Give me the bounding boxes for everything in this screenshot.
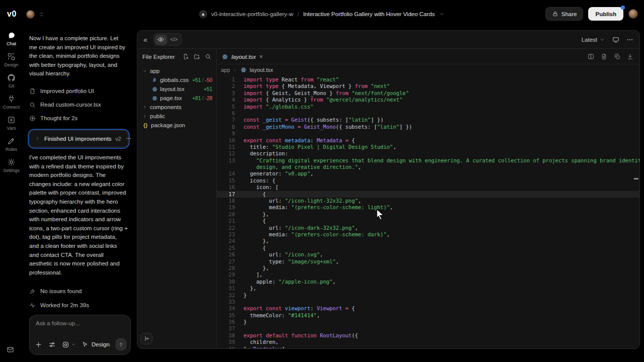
diff-stats: +81 / -28 — [192, 96, 212, 101]
media-select[interactable] — [62, 341, 76, 348]
left-nav-rail: ChatDesignGitConnectVarsRulesSettings — [0, 28, 23, 362]
followup-composer[interactable]: Ask a follow-up... Design — [29, 315, 131, 355]
more-options-icon[interactable] — [626, 36, 633, 43]
notification-dot — [621, 6, 625, 10]
user-avatar[interactable] — [628, 9, 638, 19]
tree-folder-public[interactable]: public — [137, 112, 216, 121]
chevron-down-icon — [599, 37, 605, 43]
more-options-icon[interactable] — [125, 135, 132, 142]
activity-icon — [29, 302, 36, 309]
code-line: 11 title: "Studio Pixel | Digital Design… — [217, 144, 639, 150]
send-button[interactable] — [116, 338, 126, 350]
assistant-message: Now I have a complete picture. Let me cr… — [29, 34, 128, 78]
code-line: 7const _geist = Geist({ subsets: ["latin… — [217, 117, 639, 123]
code-line: 24 }, — [217, 238, 639, 244]
task-step[interactable]: Thought for 2s — [29, 112, 135, 125]
json-icon: {} — [142, 122, 148, 128]
scrollbar-marker[interactable] — [634, 178, 638, 179]
diff-stats: +51 / -50 — [192, 77, 212, 83]
file-explorer: File Explorer app#globals.css+51 / -50la… — [137, 49, 217, 348]
collapse-explorer-button[interactable] — [140, 333, 152, 344]
new-folder-icon[interactable] — [194, 53, 200, 60]
sidebar-item-chat[interactable]: Chat — [0, 28, 23, 49]
vercel-triangle-icon[interactable] — [199, 10, 207, 18]
code-line: 25 { — [217, 245, 639, 251]
file-diff-icon[interactable] — [601, 53, 607, 60]
connect-icon — [7, 95, 16, 103]
device-preview-icon[interactable] — [612, 36, 619, 43]
code-line: 20 }, — [217, 211, 639, 218]
copy-icon[interactable] — [614, 53, 620, 60]
preview-eye-toggle[interactable] — [155, 35, 167, 45]
chat-title[interactable]: Interactive Portfolio Gallery with Hover… — [303, 11, 435, 17]
tree-file-layout-tsx[interactable]: layout.tsx+51 — [137, 84, 216, 94]
gear-icon — [7, 158, 16, 166]
file-tree: app#globals.css+51 / -50layout.tsx+51pag… — [137, 66, 216, 130]
sidebar-item-vars[interactable]: Vars — [0, 113, 23, 134]
tab-layout-tsx[interactable]: layout.tsx × — [217, 49, 269, 64]
sidebar-item-settings[interactable]: Settings — [0, 155, 23, 176]
share-button[interactable]: Share — [545, 7, 584, 21]
sidebar-item-git[interactable]: Git — [0, 70, 23, 92]
tree-file-globals-css[interactable]: #globals.css+51 / -50 — [137, 75, 216, 84]
wrench-icon — [29, 288, 36, 295]
code-pane: layout.tsx × app layout.tsx 1import type… — [217, 49, 639, 348]
design-mode-chip[interactable]: Design — [82, 341, 110, 348]
version-dropdown[interactable]: Latest — [582, 37, 605, 43]
code-line: 33 — [217, 299, 639, 305]
view-toggle: </> — [153, 33, 182, 46]
version-card[interactable]: Finished UI improvements v2 — [29, 130, 128, 147]
eye-icon — [157, 36, 164, 43]
react-atom-icon — [222, 54, 228, 60]
editor-tabbar: layout.tsx × — [217, 49, 639, 64]
media-icon — [62, 341, 69, 348]
thinking-icon — [29, 115, 36, 122]
assistant-message: I've completed the UI improvements with … — [29, 153, 128, 277]
code-line: 27 type: "image/svg+xml", — [217, 258, 639, 265]
code-line: 3import { Geist, Geist_Mono } from "next… — [217, 90, 639, 97]
task-step[interactable]: Read custom-cursor.tsx — [29, 98, 135, 112]
code-view-toggle[interactable]: </> — [168, 35, 180, 45]
collapse-panel-icon[interactable]: « — [143, 36, 147, 44]
status-row: Worked for 2m 39s — [29, 298, 135, 312]
mail-icon[interactable] — [7, 346, 14, 355]
v0-logo[interactable]: v0 — [7, 10, 17, 19]
sidebar-item-design[interactable]: Design — [0, 49, 23, 70]
code-content[interactable]: 1import type React from "react"2import t… — [217, 76, 639, 348]
design-icon — [7, 52, 16, 61]
tree-folder-components[interactable]: components — [137, 103, 216, 112]
code-line: 1import type React from "react" — [217, 76, 639, 83]
publish-button[interactable]: Publish — [588, 7, 623, 21]
download-icon[interactable] — [627, 53, 633, 60]
sidebar-item-rules[interactable]: Rules — [0, 134, 23, 155]
tree-folder-app[interactable]: app — [137, 66, 216, 75]
code-line: 2import type { Metadata, Viewport } from… — [217, 83, 639, 89]
code-line: 40}: Readonly<{ — [217, 346, 639, 348]
tree-file-page-tsx[interactable]: page.tsx+81 / -28 — [137, 94, 216, 103]
new-file-icon[interactable] — [183, 53, 189, 60]
code-line: 13 "Crafting digital experiences that bl… — [217, 157, 639, 164]
chevron-down-icon[interactable] — [439, 11, 445, 17]
code-line: 10export const metadata: Metadata = { — [217, 137, 639, 144]
code-line: 6 — [217, 110, 639, 117]
tree-file-package-json[interactable]: {}package.json — [137, 121, 216, 130]
code-line: 32} — [217, 292, 639, 299]
sliders-icon[interactable] — [48, 341, 56, 348]
plus-icon[interactable] — [35, 341, 42, 348]
task-step[interactable]: Improved portfolio UI — [29, 84, 135, 98]
react-atom-icon — [151, 96, 157, 101]
followup-input[interactable]: Ask a follow-up... — [36, 320, 125, 326]
code-line: 28 }, — [217, 265, 639, 272]
code-line: 29 ], — [217, 272, 639, 278]
close-tab-icon[interactable]: × — [260, 53, 263, 60]
diff-stats: +51 — [204, 86, 212, 92]
project-name[interactable]: v0-interactive-portfolio-gallery-w — [211, 11, 293, 17]
workspace-avatar[interactable] — [26, 10, 35, 19]
code-line: 4import { Analytics } from "@vercel/anal… — [217, 97, 639, 103]
status-rows: No issues foundWorked for 2m 39s — [29, 284, 135, 312]
split-icon[interactable] — [588, 53, 594, 60]
workspace-switcher-icon[interactable] — [38, 11, 45, 20]
magnifier-icon[interactable] — [205, 53, 211, 60]
breadcrumb-folder[interactable]: app — [221, 67, 230, 73]
sidebar-item-connect[interactable]: Connect — [0, 92, 23, 113]
